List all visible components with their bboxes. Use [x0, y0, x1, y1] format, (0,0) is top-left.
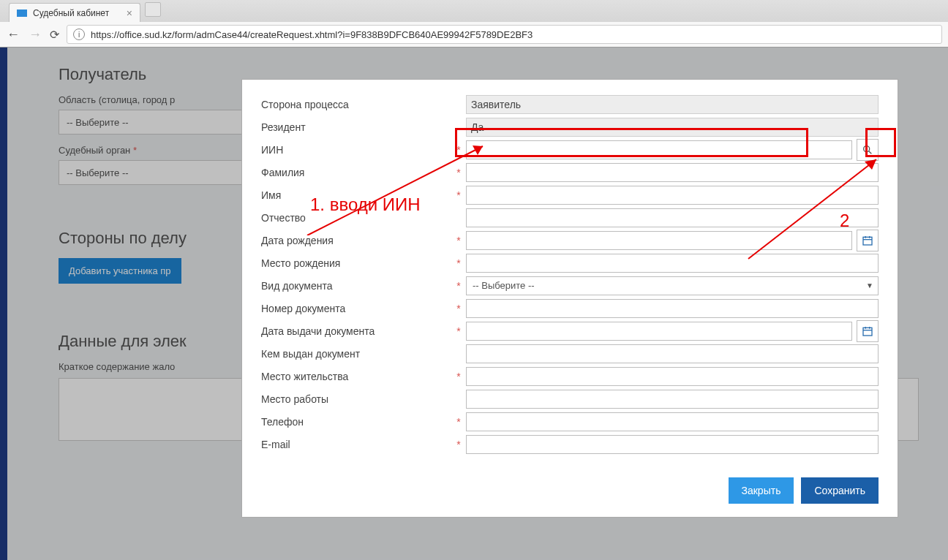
- doc-date-input[interactable]: [466, 322, 852, 341]
- label-doc-issuer: Кем выдан документ: [261, 348, 451, 360]
- close-tab-icon[interactable]: ×: [127, 7, 132, 19]
- svg-rect-6: [863, 328, 872, 336]
- label-resident: Резидент: [261, 121, 451, 133]
- doc-date-calendar-button[interactable]: [857, 320, 879, 342]
- label-side: Сторона процесса: [261, 99, 451, 110]
- svg-line-12: [748, 159, 876, 259]
- favicon-icon: [17, 10, 27, 17]
- annotation-box-search: [865, 128, 896, 157]
- close-button[interactable]: Закрыть: [729, 477, 794, 504]
- label-residence: Место жительства: [261, 371, 451, 382]
- url-text: https://office.sud.kz/form/admCase44/cre…: [91, 29, 533, 40]
- doc-type-select[interactable]: -- Выберите --▼: [466, 276, 879, 295]
- browser-tab[interactable]: Судебный кабинет ×: [9, 3, 140, 22]
- annotation-arrow-2: [745, 158, 887, 260]
- value-side: Заявитель: [466, 95, 879, 114]
- doc-issuer-input[interactable]: [466, 344, 879, 363]
- info-icon[interactable]: i: [73, 29, 85, 40]
- annotation-text-2: 2: [840, 211, 849, 231]
- label-phone: Телефон: [261, 416, 451, 428]
- tab-title: Судебный кабинет: [33, 8, 109, 18]
- address-bar[interactable]: i https://office.sud.kz/form/admCase44/c…: [67, 25, 942, 44]
- browser-chrome: Судебный кабинет × ← → ⟳ i https://offic…: [0, 0, 948, 48]
- label-doc-type: Вид документа: [261, 280, 451, 292]
- label-email: E-mail: [261, 439, 451, 450]
- label-doc-num: Номер документа: [261, 303, 451, 314]
- work-input[interactable]: [466, 390, 879, 409]
- reload-button[interactable]: ⟳: [50, 28, 59, 42]
- annotation-arrow-1: [278, 140, 490, 235]
- svg-line-10: [307, 146, 483, 235]
- new-tab-button[interactable]: [145, 2, 161, 17]
- forward-button[interactable]: →: [28, 27, 42, 42]
- annotation-text-1: 1. вводи ИИН: [310, 194, 421, 215]
- browser-tabs: Судебный кабинет ×: [0, 0, 948, 22]
- phone-input[interactable]: [466, 412, 879, 431]
- chevron-down-icon: ▼: [866, 281, 873, 290]
- label-doc-date: Дата выдачи документа: [261, 325, 451, 337]
- doc-num-input[interactable]: [466, 299, 879, 318]
- calendar-icon: [862, 325, 873, 337]
- svg-marker-13: [865, 159, 876, 170]
- annotation-box-iin: [455, 128, 808, 157]
- browser-toolbar: ← → ⟳ i https://office.sud.kz/form/admCa…: [0, 22, 948, 47]
- email-input[interactable]: [466, 435, 879, 454]
- label-pob: Место рождения: [261, 257, 451, 269]
- label-dob: Дата рождения: [261, 235, 451, 246]
- back-button[interactable]: ←: [6, 27, 20, 42]
- label-work: Место работы: [261, 393, 451, 405]
- save-button[interactable]: Сохранить: [801, 477, 879, 504]
- residence-input[interactable]: [466, 367, 879, 386]
